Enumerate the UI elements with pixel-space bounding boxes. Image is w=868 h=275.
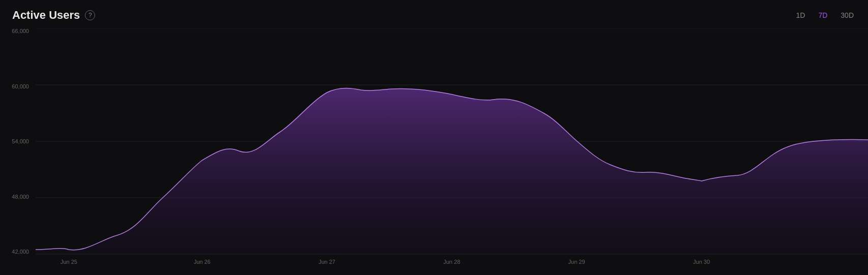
- time-filters: 1D 7D 30D: [794, 10, 856, 20]
- help-icon[interactable]: ?: [85, 10, 95, 20]
- title-group: Active Users ?: [12, 9, 95, 22]
- y-label-60k: 60,000: [0, 84, 33, 89]
- x-label-jun26: Jun 26: [194, 259, 211, 265]
- x-label-jun29: Jun 29: [568, 259, 585, 265]
- x-label-jun25: Jun 25: [61, 259, 77, 265]
- x-label-jun30: Jun 30: [693, 259, 710, 265]
- time-filter-30d[interactable]: 30D: [839, 10, 856, 20]
- chart-header: Active Users ? 1D 7D 30D: [0, 0, 868, 28]
- chart-plot-area: 66,000 60,000 54,000 48,000 42,000: [0, 28, 868, 275]
- y-label-42k: 42,000: [0, 249, 33, 255]
- active-users-chart: Active Users ? 1D 7D 30D 66,000 60,000 5…: [0, 0, 868, 275]
- x-label-jun28: Jun 28: [443, 259, 460, 265]
- y-label-48k: 48,000: [0, 194, 33, 200]
- y-label-66k: 66,000: [0, 28, 33, 34]
- y-label-54k: 54,000: [0, 139, 33, 144]
- y-axis: 66,000 60,000 54,000 48,000 42,000: [0, 28, 33, 255]
- chart-title: Active Users: [12, 9, 80, 22]
- time-filter-7d[interactable]: 7D: [816, 10, 829, 20]
- time-filter-1d[interactable]: 1D: [794, 10, 807, 20]
- chart-svg: [36, 28, 868, 255]
- x-axis: Jun 25 Jun 26 Jun 27 Jun 28 Jun 29 Jun 3…: [36, 255, 868, 275]
- x-label-jun27: Jun 27: [318, 259, 335, 265]
